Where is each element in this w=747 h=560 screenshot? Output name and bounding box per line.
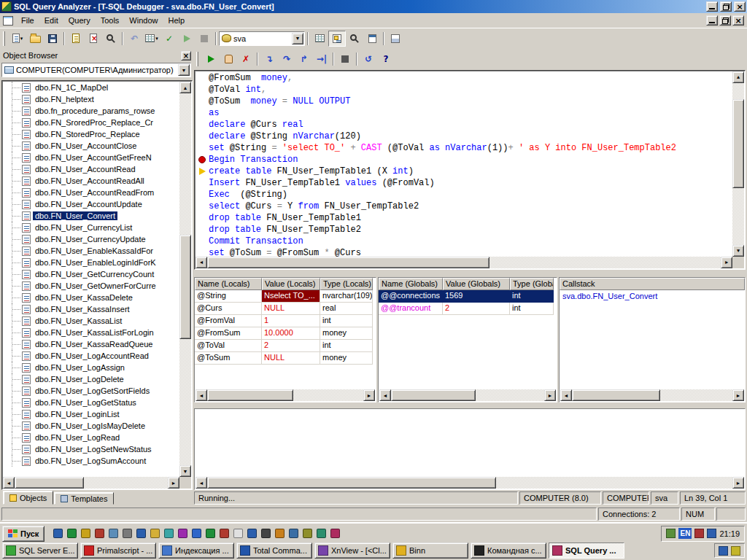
- column-header[interactable]: Name (Globals): [379, 278, 443, 290]
- scrollbar-thumb[interactable]: [732, 99, 744, 188]
- remove-all-breakpoints-button[interactable]: ✗: [237, 51, 255, 67]
- quick-launch-icon-7[interactable]: [134, 526, 148, 540]
- tree-item[interactable]: dbo.FN_User_KassaListForLogin: [3, 327, 179, 338]
- mdi-minimize-button[interactable]: [706, 15, 718, 26]
- results-horizontal-scrollbar[interactable]: ◄►: [196, 477, 744, 489]
- quick-launch-icon-12[interactable]: [204, 526, 217, 540]
- tree-item[interactable]: dbo.FN_User_LogDelete: [3, 373, 179, 385]
- tree-item[interactable]: dbo.FN_User_KassaReadQueue: [3, 338, 179, 350]
- quick-launch-icon-19[interactable]: [301, 526, 314, 540]
- grid-row[interactable]: @FromVal1int: [195, 315, 376, 327]
- scroll-up-button[interactable]: ▲: [732, 71, 744, 83]
- scrollbar-track[interactable]: [15, 477, 168, 489]
- tree-item[interactable]: dbo.FN_StoredProc_Replace: [3, 128, 179, 140]
- scroll-left-button[interactable]: ◄: [560, 389, 572, 401]
- editor-vertical-scrollbar[interactable]: ▲▼: [732, 71, 744, 257]
- tree-item[interactable]: dbo.FN_User_AccountClose: [3, 140, 179, 152]
- callstack-header[interactable]: Callstack: [560, 278, 745, 290]
- grid-row[interactable]: @@trancount2int: [379, 303, 557, 315]
- taskbar-button[interactable]: Binn: [392, 542, 468, 559]
- tree-item[interactable]: dbo.FN_SroredProc_Replace_Cr: [3, 117, 179, 128]
- tree-item[interactable]: dbo.FN_User_AccountReadAll: [3, 175, 179, 187]
- scrollbar-track[interactable]: [391, 389, 544, 401]
- menu-file[interactable]: File: [16, 14, 39, 27]
- tree-item[interactable]: dbo.FN_1C_MapDel: [3, 82, 179, 93]
- scroll-right-button[interactable]: ►: [168, 477, 179, 489]
- scrollbar-thumb[interactable]: [207, 257, 489, 268]
- auto-rollback-button[interactable]: ↺: [360, 51, 377, 67]
- callstack-horizontal-scrollbar[interactable]: ◄►: [560, 389, 744, 401]
- quick-launch-icon-21[interactable]: [328, 526, 342, 540]
- locals-horizontal-scrollbar[interactable]: ◄►: [196, 389, 375, 401]
- mdi-document-icon[interactable]: [3, 16, 13, 26]
- tree-item[interactable]: dbo.FN_User_KassaList: [3, 315, 179, 327]
- scroll-down-button[interactable]: ▼: [732, 245, 744, 257]
- menu-help[interactable]: Help: [163, 14, 190, 27]
- tree-item[interactable]: dbo.FN_User_LogSumAccount: [3, 455, 179, 467]
- object-browser-close-button[interactable]: ×: [181, 51, 191, 61]
- editor-watch-splitter[interactable]: [194, 270, 746, 277]
- tree-item[interactable]: dbo.FN_User_AccountUpdate: [3, 198, 179, 210]
- tree-item[interactable]: dbo.FN_User_AccountGetFreeN: [3, 152, 179, 163]
- tree-item[interactable]: dbo.FN_User_AccountRead: [3, 163, 179, 175]
- server-combo-dropdown-button[interactable]: ▼: [178, 64, 190, 76]
- menu-tools[interactable]: Tools: [96, 14, 125, 27]
- quick-launch-icon-11[interactable]: [190, 526, 204, 540]
- quick-launch-icon-16[interactable]: [259, 526, 273, 540]
- tab-templates[interactable]: Templates: [54, 492, 114, 505]
- tree-item[interactable]: dbo.FN_User_EnableLoginIdForK: [3, 257, 179, 268]
- quick-launch-icon-13[interactable]: [217, 526, 231, 540]
- stop-debugging-button[interactable]: [336, 51, 354, 67]
- tree-item[interactable]: dbo.FN_User_LogAccountRead: [3, 350, 179, 362]
- show-results-pane-button[interactable]: [387, 31, 404, 47]
- server-combo[interactable]: COMPUTER(COMPUTER\Администратор)▼: [1, 63, 191, 77]
- scroll-right-button[interactable]: ►: [732, 477, 744, 489]
- quick-launch-icon-15[interactable]: [245, 526, 259, 540]
- mdi-close-button[interactable]: ×: [732, 15, 744, 26]
- tray-icon-b1[interactable]: [694, 529, 704, 538]
- toolbar-grip[interactable]: [3, 31, 5, 46]
- quick-launch-icon-9[interactable]: [162, 526, 176, 540]
- taskbar-button[interactable]: SQL Server E...: [2, 542, 78, 559]
- keyboard-language-indicator[interactable]: EN: [678, 528, 692, 539]
- execute-query-button[interactable]: [178, 31, 196, 47]
- menu-edit[interactable]: Edit: [39, 14, 63, 27]
- tree-item[interactable]: dbo.FN_User_LogGetSortFields: [3, 385, 179, 397]
- tree-item[interactable]: dbo.FN_User_GetCurrencyCount: [3, 268, 179, 280]
- scrollbar-thumb[interactable]: [391, 389, 476, 401]
- tree-item[interactable]: dbo.FN_User_LogSetNewStatus: [3, 443, 179, 455]
- scrollbar-track[interactable]: [207, 477, 732, 489]
- taskbar-button[interactable]: XnView - [<Cl...: [314, 542, 390, 559]
- object-browser-button[interactable]: [328, 31, 346, 47]
- column-header[interactable]: Type (Globals): [510, 278, 554, 290]
- mdi-restore-button[interactable]: [719, 15, 731, 26]
- scrollbar-track[interactable]: [207, 389, 363, 401]
- scroll-left-button[interactable]: ◄: [196, 257, 207, 268]
- clear-window-button[interactable]: [85, 31, 102, 47]
- globals-horizontal-scrollbar[interactable]: ◄►: [379, 389, 556, 401]
- scrollbar-thumb[interactable]: [207, 389, 293, 401]
- scroll-right-button[interactable]: ►: [363, 389, 375, 401]
- tray2-icon-2[interactable]: [731, 546, 740, 556]
- scroll-left-button[interactable]: ◄: [3, 477, 15, 489]
- object-search-button[interactable]: [346, 31, 363, 47]
- menu-query[interactable]: Query: [63, 14, 96, 27]
- scrollbar-track[interactable]: [572, 389, 732, 401]
- tree-item[interactable]: dbo.fn_procedure_params_rowse: [3, 105, 179, 117]
- quick-launch-icon-14[interactable]: [231, 526, 245, 540]
- quick-launch-icon-10[interactable]: [176, 526, 190, 540]
- step-out-button[interactable]: ↱: [295, 51, 313, 67]
- clock[interactable]: 21:19: [719, 529, 740, 538]
- quick-launch-icon-17[interactable]: [273, 526, 287, 540]
- scroll-left-button[interactable]: ◄: [196, 477, 207, 489]
- tab-objects[interactable]: Objects: [3, 491, 53, 505]
- help-button[interactable]: ?: [377, 51, 395, 67]
- execute-mode-button[interactable]: ▾: [143, 31, 160, 47]
- grid-row[interactable]: @StringNselect TO_...nvarchar(109): [195, 290, 376, 303]
- editor-horizontal-scrollbar[interactable]: ◄►: [196, 257, 732, 268]
- watch-results-splitter[interactable]: [194, 402, 746, 408]
- column-header[interactable]: Type (Locals): [320, 278, 373, 290]
- minimize-button[interactable]: [706, 1, 718, 12]
- taskbar-button[interactable]: Primalscript - ...: [80, 542, 156, 559]
- tree-item[interactable]: dbo.FN_helptext: [3, 93, 179, 105]
